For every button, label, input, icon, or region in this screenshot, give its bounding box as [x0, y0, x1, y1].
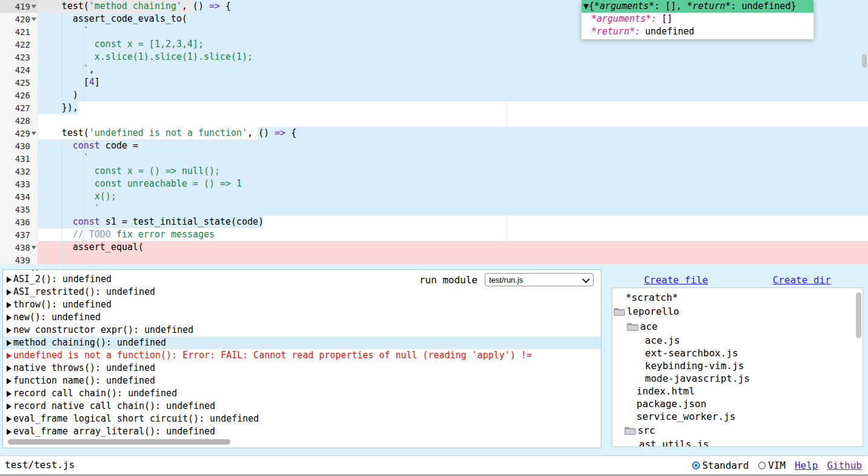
console-row[interactable]: eval_frame logical short circuit(): unde… [3, 413, 601, 425]
console-row[interactable]: function name(): undefined [3, 375, 601, 387]
code-line[interactable]: test('undefined is not a function', () =… [37, 127, 868, 140]
code-line[interactable] [37, 254, 868, 264]
code-line[interactable]: `, [37, 63, 868, 76]
current-file-path: test/test.js [5, 456, 75, 474]
tree-item[interactable]: service_worker.js [612, 410, 863, 423]
tree-item[interactable]: keybinding-vim.js [612, 359, 863, 372]
code-text[interactable]: const x = [1,2,3,4]; [37, 38, 868, 51]
tree-item[interactable]: leporello [612, 304, 863, 319]
code-line[interactable]: const s1 = test_initial_state(code) [37, 216, 868, 228]
tree-item[interactable]: ace.js [612, 334, 863, 347]
tree-item[interactable]: ast_utils.js [612, 438, 863, 447]
keybinding-vim-option[interactable]: VIM [758, 460, 786, 471]
expander-icon[interactable] [7, 404, 11, 410]
fold-arrow-icon[interactable] [31, 132, 36, 135]
code-text[interactable]: const x = () => null(); [37, 165, 868, 178]
github-link[interactable]: Github [827, 460, 862, 471]
tree-item[interactable]: src [612, 423, 863, 438]
expander-icon[interactable] [7, 365, 11, 371]
code-text[interactable]: x.slice(1).slice(1).slice(1); [37, 51, 868, 63]
keybinding-standard-option[interactable]: Standard [692, 460, 749, 471]
code-text[interactable]: // TODO fix error messages [37, 228, 868, 241]
expander-icon[interactable] [7, 391, 11, 397]
code-line[interactable] [37, 114, 868, 127]
expander-icon[interactable] [7, 340, 11, 346]
code-line[interactable]: // TODO fix error messages [37, 228, 868, 241]
console-row[interactable]: ASI_restrited(): undefined [3, 286, 601, 298]
console-row[interactable]: record call chain(): undefined [3, 387, 601, 400]
tree-item[interactable]: ace [612, 319, 863, 334]
expander-icon[interactable] [7, 289, 11, 295]
code-text[interactable]: ) [37, 89, 868, 101]
tooltip-row[interactable]: *return*:undefined [581, 25, 810, 38]
code-text[interactable]: const s1 = test_initial_state(code) [37, 216, 868, 228]
code-line[interactable]: }), [37, 101, 868, 114]
editor-vertical-scrollbar-thumb[interactable] [862, 54, 867, 68]
radio-standard-icon[interactable] [692, 462, 700, 469]
line-highlight [37, 254, 868, 264]
code-text[interactable]: const unreachable = () => 1 [37, 178, 868, 190]
code-text[interactable]: ` [37, 203, 868, 216]
run-module-select[interactable]: test/run.js [485, 273, 594, 286]
console-row[interactable]: throw(): undefined [3, 298, 601, 311]
console-row[interactable]: eval_frame array_literal(): undefined [3, 425, 601, 438]
code-line[interactable]: x.slice(1).slice(1).slice(1); [37, 51, 868, 63]
console-row[interactable]: undefined is not a function(): Error: FA… [3, 349, 601, 362]
code-text[interactable]: ` [37, 152, 868, 165]
fold-arrow-icon[interactable] [31, 18, 36, 21]
console-row[interactable]: record native call chain(): undefined [3, 400, 601, 413]
code-line[interactable]: const code = [37, 140, 868, 152]
expander-icon[interactable] [7, 315, 11, 321]
code-line[interactable]: ` [37, 152, 868, 165]
create-file-button[interactable]: Create file [644, 274, 708, 286]
expander-icon[interactable] [7, 277, 11, 283]
expander-icon[interactable] [7, 327, 11, 333]
code-editor[interactable]: 419 test('method chaining', () => {420 a… [0, 0, 868, 264]
expander-icon[interactable] [7, 378, 11, 384]
code-text[interactable]: const code = [37, 140, 868, 152]
code-line[interactable]: assert_equal( [37, 241, 868, 254]
code-line[interactable]: ) [37, 89, 868, 101]
radio-vim-label: VIM [768, 460, 786, 471]
tree-item[interactable]: mode-javascript.js [612, 372, 863, 385]
console-row-text: ASI_restrited(): undefined [13, 286, 155, 298]
fold-arrow-icon[interactable] [31, 5, 36, 8]
console-row[interactable]: new(): undefined [3, 311, 601, 324]
file-tree-header: Create file Create dir [612, 272, 863, 288]
line-number: 435 [0, 203, 37, 216]
code-text[interactable]: assert_equal( [37, 241, 868, 254]
console-row[interactable]: native throws(): undefined [3, 362, 601, 375]
line-number: 428 [0, 114, 37, 127]
code-line[interactable]: const x = () => null(); [37, 165, 868, 178]
code-text[interactable]: test('undefined is not a function', () =… [37, 127, 868, 140]
expander-icon[interactable] [7, 429, 11, 435]
code-line[interactable]: x(); [37, 190, 868, 203]
console-row[interactable]: new constructor expr(): undefined [3, 324, 601, 336]
help-link[interactable]: Help [795, 460, 818, 471]
console-horizontal-scrollbar-thumb[interactable] [8, 439, 230, 445]
code-text[interactable]: x(); [37, 190, 868, 203]
tooltip-row[interactable]: *arguments*:[] [581, 13, 810, 25]
tree-item[interactable]: *scratch* [612, 291, 863, 304]
expander-icon[interactable] [7, 269, 11, 270]
create-dir-button[interactable]: Create dir [772, 274, 831, 286]
tooltip-header[interactable]: ▼{*arguments*: [], *return*: undefined} [581, 0, 814, 13]
radio-vim-icon[interactable] [758, 462, 766, 469]
tree-item[interactable]: index.html [612, 385, 863, 397]
editor-lines[interactable]: 419 test('method chaining', () => {420 a… [0, 0, 868, 264]
tree-vertical-scrollbar-thumb[interactable] [856, 292, 861, 338]
code-text[interactable]: [4] [37, 76, 868, 89]
tree-item[interactable]: package.json [612, 397, 863, 410]
expander-icon[interactable] [7, 416, 11, 422]
code-line[interactable]: ` [37, 203, 868, 216]
expander-icon[interactable] [7, 302, 11, 308]
console-row[interactable]: method chaining(): undefined [3, 336, 601, 349]
code-line[interactable]: [4] [37, 76, 868, 89]
fold-arrow-icon[interactable] [31, 246, 36, 249]
code-line[interactable]: const unreachable = () => 1 [37, 178, 868, 190]
expander-icon[interactable] [7, 353, 11, 359]
code-text[interactable]: `, [37, 63, 868, 76]
code-line[interactable]: const x = [1,2,3,4]; [37, 38, 868, 51]
tree-item[interactable]: ext-searchbox.js [612, 347, 863, 359]
code-text[interactable]: }), [37, 101, 868, 114]
